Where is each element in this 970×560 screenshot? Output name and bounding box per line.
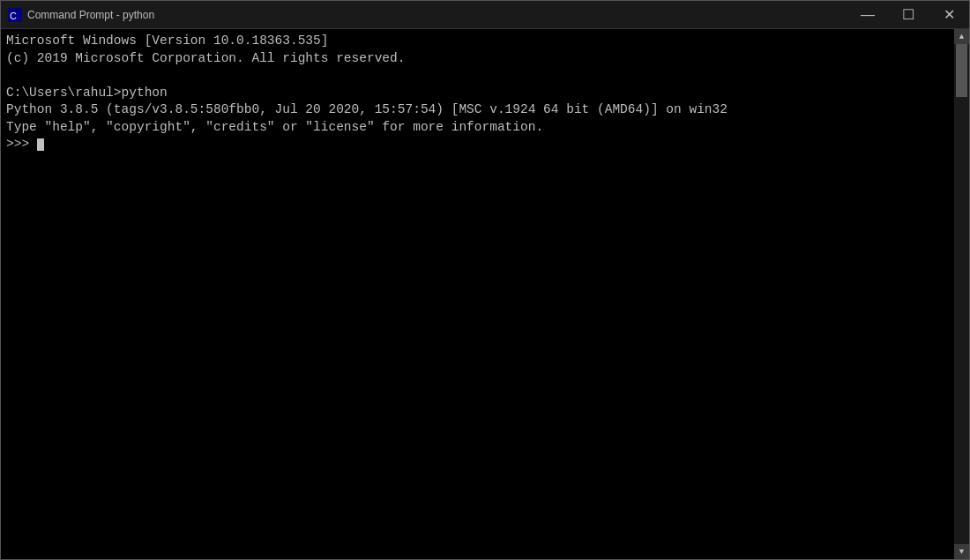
cmd-window: C Command Prompt - python — ☐ ✕ Microsof… (0, 0, 970, 560)
minimize-button[interactable]: — (847, 1, 888, 29)
restore-button[interactable]: ☐ (888, 1, 929, 29)
close-button[interactable]: ✕ (929, 1, 969, 29)
title-bar: C Command Prompt - python — ☐ ✕ (1, 1, 969, 29)
scroll-down-button[interactable]: ▼ (954, 544, 969, 559)
terminal-line-1: Microsoft Windows [Version 10.0.18363.53… (6, 34, 328, 48)
terminal-line-4: C:\Users\rahul>python (6, 86, 168, 100)
content-area: Microsoft Windows [Version 10.0.18363.53… (1, 29, 969, 559)
svg-text:C: C (10, 11, 17, 21)
scrollbar-track[interactable] (954, 44, 969, 544)
terminal-line-5: Python 3.8.5 (tags/v3.8.5:580fbb0, Jul 2… (6, 102, 728, 116)
title-bar-left: C Command Prompt - python (8, 8, 154, 22)
terminal-line-6: Type "help", "copyright", "credits" or "… (6, 120, 543, 134)
scroll-up-button[interactable]: ▲ (954, 29, 969, 44)
cmd-icon: C (8, 8, 22, 22)
terminal-line-2: (c) 2019 Microsoft Corporation. All righ… (6, 51, 405, 65)
scrollbar: ▲ ▼ (954, 29, 969, 559)
terminal-output[interactable]: Microsoft Windows [Version 10.0.18363.53… (1, 29, 954, 559)
scrollbar-thumb[interactable] (956, 44, 967, 97)
terminal-line-7: >>> (6, 137, 29, 151)
cursor (37, 138, 44, 151)
window-title: Command Prompt - python (27, 9, 154, 21)
window-controls: — ☐ ✕ (847, 1, 969, 29)
